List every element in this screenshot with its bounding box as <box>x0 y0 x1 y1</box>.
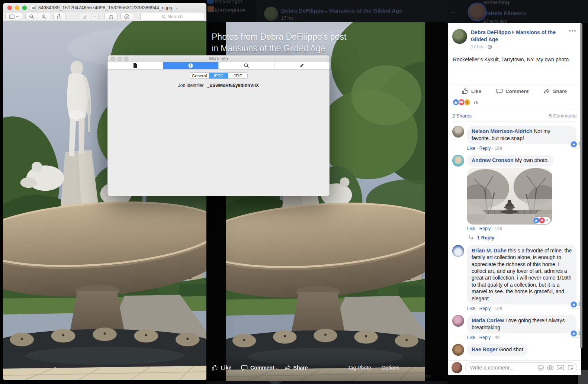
camera-icon[interactable] <box>547 364 554 371</box>
commenter-avatar[interactable] <box>452 344 464 356</box>
options-button[interactable]: Options <box>382 365 399 371</box>
highlight-menu-button[interactable] <box>92 13 99 20</box>
comment-item: Andrew Cronson My own photo. 4 <box>452 155 576 241</box>
like-reaction-icon <box>452 99 460 106</box>
commenter-name-link[interactable]: Rae Roger <box>472 346 498 352</box>
comment-item: Nelson Morrison-Aldrich Not my favorite.… <box>452 126 576 151</box>
comment-like-link[interactable]: Like <box>467 226 475 231</box>
bg-post-time: 17 hrs · <box>281 16 296 21</box>
zoom-out-icon <box>29 14 34 19</box>
commenter-name-link[interactable]: Andrew Cronson <box>472 157 514 163</box>
theater-share-button[interactable]: Share <box>284 364 308 371</box>
commenter-name-link[interactable]: Marla Corlew <box>472 317 504 323</box>
comment-bubble: Rae Roger Good shot <box>467 344 528 355</box>
bg-post-group: Mansions of the Gilded Age <box>329 7 402 14</box>
close-button[interactable] <box>111 57 115 61</box>
minimize-button[interactable] <box>15 6 19 10</box>
reply-count-label: 1 Reply <box>477 235 494 241</box>
comment-text: Good shot <box>499 346 523 352</box>
search-field[interactable]: Search <box>140 13 204 20</box>
comment-button[interactable]: Comment <box>496 88 528 94</box>
commenter-avatar[interactable] <box>452 315 464 327</box>
comment-composer: GIF <box>448 360 581 375</box>
zoom-in-button[interactable] <box>38 13 50 20</box>
zoom-out-button[interactable] <box>25 13 38 20</box>
zoom-button[interactable] <box>22 6 27 10</box>
reaction-count: 75 <box>473 100 478 105</box>
comment-bubble: Brian M. Duhe this s a favorite of mine.… <box>467 245 576 305</box>
comment-bubble: Andrew Cronson My own photo. <box>467 155 553 166</box>
segment-general[interactable]: General <box>190 73 209 78</box>
comment-reply-link[interactable]: Reply <box>479 306 491 311</box>
emoji-icon[interactable] <box>537 364 544 371</box>
author-avatar[interactable] <box>452 29 467 44</box>
theater-comment-button[interactable]: Comment <box>241 364 274 371</box>
chevron-down-icon <box>16 16 19 17</box>
thumbs-up-icon <box>212 364 218 371</box>
view-replies-link[interactable]: 1 Reply <box>469 235 553 241</box>
tab-annotate[interactable] <box>274 62 330 69</box>
comment-text: My own photo. <box>515 157 549 163</box>
segment-jfif[interactable]: JFIF <box>228 73 247 78</box>
bg-bc-arrow: ▸ <box>325 9 328 13</box>
preview-titlebar[interactable]: 34984389_1512047465574098_15328553123383… <box>3 3 206 12</box>
svg-text:GIF: GIF <box>559 367 563 369</box>
reaction-badge[interactable]: 4 <box>533 217 550 224</box>
reactions-row[interactable]: 75 <box>448 98 581 110</box>
rotate-button[interactable] <box>105 13 118 20</box>
post-header: Debra DeFilippoMansions of the Gilded Ag… <box>448 23 581 50</box>
bg-messenger-label: Messenger <box>215 0 242 4</box>
like-reaction-icon <box>571 141 577 147</box>
author-name-link[interactable]: Debra DeFilippo <box>471 29 511 35</box>
tab-search[interactable] <box>219 62 274 69</box>
thumbs-up-icon <box>462 88 469 94</box>
info-window-title: More Info <box>209 56 228 61</box>
panel-scrollbar[interactable] <box>580 23 582 348</box>
theater-action-bar: Like Comment Share Tag Photo Options <box>206 354 448 381</box>
minimize-button[interactable] <box>118 57 122 61</box>
tab-more-info[interactable] <box>163 62 219 69</box>
gif-icon[interactable]: GIF <box>557 365 564 371</box>
comment-input[interactable] <box>470 365 537 371</box>
comment-photo[interactable]: 4 <box>467 168 552 225</box>
comment-like-link[interactable]: Like <box>467 306 475 311</box>
chevron-down-icon <box>94 16 96 17</box>
comment-reply-link[interactable]: Reply <box>479 146 491 151</box>
reaction-badge[interactable]: 1 <box>571 301 581 308</box>
commenter-avatar[interactable] <box>452 155 464 167</box>
highlight-button[interactable] <box>79 13 92 20</box>
commenter-avatar[interactable] <box>452 126 464 138</box>
tab-general-info[interactable] <box>107 62 163 69</box>
segment-iptc[interactable]: IPTC <box>209 73 228 78</box>
share-button[interactable] <box>53 13 65 20</box>
close-button[interactable] <box>7 6 12 10</box>
search-icon <box>162 14 166 19</box>
preview-toolbar: Search <box>3 12 206 21</box>
commenter-avatar[interactable] <box>452 245 464 257</box>
markup-button[interactable] <box>121 13 133 20</box>
post-menu-button[interactable]: ••• <box>569 29 576 50</box>
theater-like-button[interactable]: Like <box>212 364 231 371</box>
comment-reply-link[interactable]: Reply <box>479 335 491 340</box>
post-time: 17 hrs · <box>471 44 486 50</box>
sidebar-toggle-button[interactable] <box>5 13 22 20</box>
share-button[interactable]: Share <box>543 88 567 94</box>
bg-marketplace-label: Marketplace <box>215 7 245 13</box>
like-button[interactable]: Like <box>462 88 481 94</box>
commenter-name-link[interactable]: Nelson Morrison-Aldrich <box>472 128 532 134</box>
zoom-button[interactable] <box>124 57 128 61</box>
sticker-icon[interactable] <box>567 364 574 371</box>
comment-input-pill[interactable]: GIF <box>465 362 577 373</box>
comment-like-link[interactable]: Like <box>467 335 475 340</box>
comment-reply-link[interactable]: Reply <box>479 226 491 231</box>
comment-like-link[interactable]: Like <box>467 146 475 151</box>
reaction-badge[interactable]: 1 <box>571 330 581 337</box>
search-icon <box>244 63 249 68</box>
like-label: Like <box>471 88 481 94</box>
shares-link[interactable]: 2 Shares <box>452 113 472 119</box>
reaction-badge[interactable]: 1 <box>571 141 581 148</box>
info-titlebar[interactable]: More Info <box>107 55 330 62</box>
commenter-name-link[interactable]: Brian M. Duhe <box>472 248 507 254</box>
title-chevron-icon[interactable]: ⌄ <box>175 6 178 10</box>
tag-photo-button[interactable]: Tag Photo <box>348 365 371 371</box>
